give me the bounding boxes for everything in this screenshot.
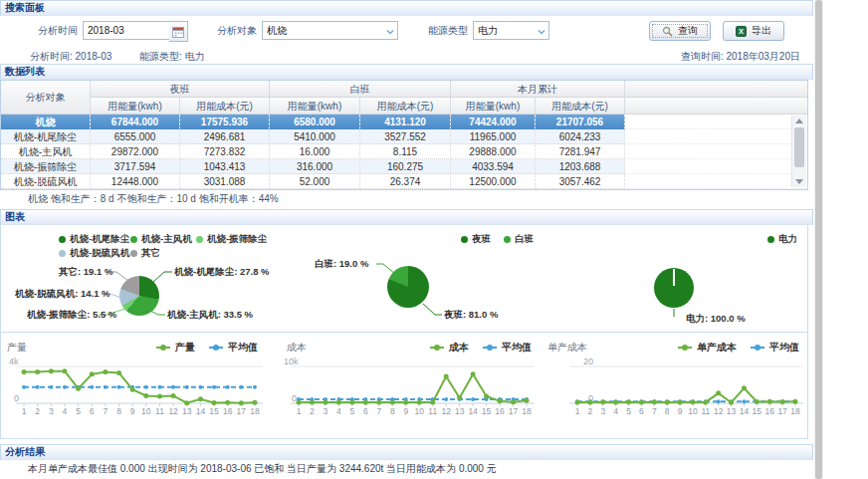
value-cell[interactable]: 52.000 (270, 174, 360, 189)
col-header-object[interactable]: 分析对象 (1, 81, 91, 115)
energy-type-label: 能源类型 (428, 24, 468, 38)
value-cell[interactable]: 6580.000 (270, 115, 360, 129)
svg-text:9: 9 (678, 406, 683, 416)
svg-text:18: 18 (250, 406, 260, 416)
scroll-thumb[interactable] (794, 127, 804, 167)
value-cell[interactable]: 3057.462 (536, 174, 625, 189)
value-cell[interactable]: 3527.552 (360, 129, 451, 144)
row-name-cell[interactable]: 机烧-主风机 (1, 144, 91, 159)
svg-text:3: 3 (600, 406, 605, 416)
col-header-energy[interactable]: 用能量(kwh) (91, 98, 180, 115)
svg-text:7: 7 (652, 406, 657, 416)
line-chart-cost: 成本 成本 平均值 10k 0 123456789101112131415161… (283, 333, 561, 432)
line-marker-icon (751, 347, 764, 349)
triangle-up-icon (795, 119, 803, 123)
table-row[interactable]: 机烧67844.00017575.9366580.0004131.1207442… (1, 115, 807, 129)
col-group-month[interactable]: 本月累计 (451, 81, 625, 98)
svg-text:6: 6 (363, 406, 368, 416)
value-cell[interactable]: 1203.688 (536, 159, 625, 174)
svg-text:17: 17 (509, 406, 519, 416)
value-cell[interactable]: 6024.233 (536, 129, 625, 144)
export-button[interactable]: X 导出 (723, 21, 784, 41)
scroll-up-button[interactable] (794, 117, 804, 125)
search-icon (662, 26, 673, 37)
page-scrollbar-thumb[interactable] (815, 0, 822, 479)
table-row[interactable]: 机烧-振筛除尘3717.5941043.413316.000160.275403… (1, 159, 807, 174)
value-cell[interactable]: 29888.000 (451, 144, 536, 159)
col-group-night[interactable]: 夜班 (91, 81, 270, 98)
line-charts-panel: 产量 产量 平均值 4k 0 1234567891011121314151617… (0, 333, 808, 439)
col-header-cost[interactable]: 用能成本(元) (360, 98, 451, 115)
pie-chart-shifts (387, 266, 429, 308)
table-row[interactable]: 机烧-主风机29872.0007273.83216.0008.11529888.… (1, 144, 807, 159)
query-button[interactable]: 查询 (649, 21, 711, 41)
value-cell[interactable]: 29872.000 (91, 144, 180, 159)
col-header-cost[interactable]: 用能成本(元) (180, 98, 270, 115)
value-cell[interactable]: 8.115 (360, 144, 451, 159)
value-cell[interactable]: 11965.000 (451, 129, 536, 144)
analysis-object-select[interactable]: 机烧 (262, 21, 398, 40)
table-header: 分析对象 夜班 白班 本月累计 用能量(kwh) 用能成本(元) 用能量(kwh… (1, 81, 807, 115)
value-cell[interactable]: 316.000 (270, 159, 360, 174)
col-header-energy[interactable]: 用能量(kwh) (451, 98, 536, 115)
value-cell[interactable]: 1043.413 (180, 159, 270, 174)
row-filler (625, 115, 807, 129)
export-button-label: 导出 (752, 24, 771, 38)
analysis-time-input[interactable]: 2018-03 (83, 21, 170, 40)
svg-text:9: 9 (130, 406, 135, 416)
value-cell[interactable]: 17575.936 (180, 115, 270, 129)
svg-text:1: 1 (297, 406, 302, 416)
value-cell[interactable]: 2496.681 (180, 129, 270, 144)
page-scrollbar[interactable] (814, 0, 823, 479)
col-group-day[interactable]: 白班 (270, 81, 451, 98)
svg-text:2: 2 (35, 406, 40, 416)
svg-text:10: 10 (688, 406, 698, 416)
value-cell[interactable]: 21707.056 (536, 115, 625, 129)
value-cell[interactable]: 7273.832 (180, 144, 270, 159)
analysis-time-value: 2018-03 (88, 25, 124, 36)
value-cell[interactable]: 67844.000 (91, 115, 180, 129)
row-name-cell[interactable]: 机烧-机尾除尘 (1, 129, 91, 144)
date-picker-button[interactable] (169, 21, 188, 42)
value-cell[interactable]: 3717.594 (91, 159, 180, 174)
table-row[interactable]: 机烧-脱硫风机12448.0003031.08852.00026.3741250… (1, 174, 807, 189)
value-cell[interactable]: 4131.120 (360, 115, 451, 129)
col-header-energy[interactable]: 用能量(kwh) (270, 98, 360, 115)
value-cell[interactable]: 3031.088 (180, 174, 270, 189)
svg-text:12: 12 (714, 406, 724, 416)
value-cell[interactable]: 12500.000 (451, 174, 536, 189)
value-cell[interactable]: 74424.000 (451, 115, 536, 129)
pie-charts-panel: 机烧-机尾除尘 机烧-主风机 机烧-振筛除尘 机烧-脱硫风机 其它 夜班 白班 … (0, 225, 808, 333)
chevron-down-icon (538, 29, 545, 35)
summary-energy-type: 能源类型: 电力 (139, 50, 205, 64)
row-name-cell[interactable]: 机烧-振筛除尘 (1, 159, 91, 174)
value-cell[interactable]: 7281.947 (536, 144, 625, 159)
svg-text:1: 1 (22, 406, 27, 416)
value-cell[interactable]: 5410.000 (270, 129, 360, 144)
charts-section-header: 图表 (0, 209, 813, 225)
row-name-cell[interactable]: 机烧-脱硫风机 (1, 174, 91, 189)
table-row[interactable]: 机烧-机尾除尘6555.0002496.6815410.0003527.5521… (1, 129, 807, 144)
pie-label: 电力: 100.0 % (686, 313, 746, 326)
value-cell[interactable]: 26.374 (360, 174, 451, 189)
value-cell[interactable]: 6555.000 (91, 129, 180, 144)
row-filler (625, 144, 807, 159)
line-plot: 123456789101112131415161718 (3, 353, 280, 422)
svg-text:5: 5 (626, 406, 631, 416)
svg-text:12: 12 (441, 406, 451, 416)
energy-type-value: 电力 (478, 25, 498, 36)
col-header-cost[interactable]: 用能成本(元) (536, 98, 625, 115)
table-section-title: 数据列表 (5, 66, 45, 77)
scroll-down-button[interactable] (794, 177, 804, 186)
value-cell[interactable]: 16.000 (270, 144, 360, 159)
search-panel-header: 搜索面板 (0, 0, 813, 16)
table-scrollbar[interactable] (791, 116, 806, 187)
energy-type-select[interactable]: 电力 (473, 21, 549, 40)
row-filler (625, 159, 807, 174)
value-cell[interactable]: 4033.594 (451, 159, 536, 174)
search-form: 分析时间 2018-03 分析对象 机烧 能源类型 电力 (0, 16, 808, 48)
svg-text:14: 14 (740, 406, 750, 416)
value-cell[interactable]: 160.275 (360, 159, 451, 174)
value-cell[interactable]: 12448.000 (91, 174, 180, 189)
row-name-cell[interactable]: 机烧 (1, 115, 91, 129)
